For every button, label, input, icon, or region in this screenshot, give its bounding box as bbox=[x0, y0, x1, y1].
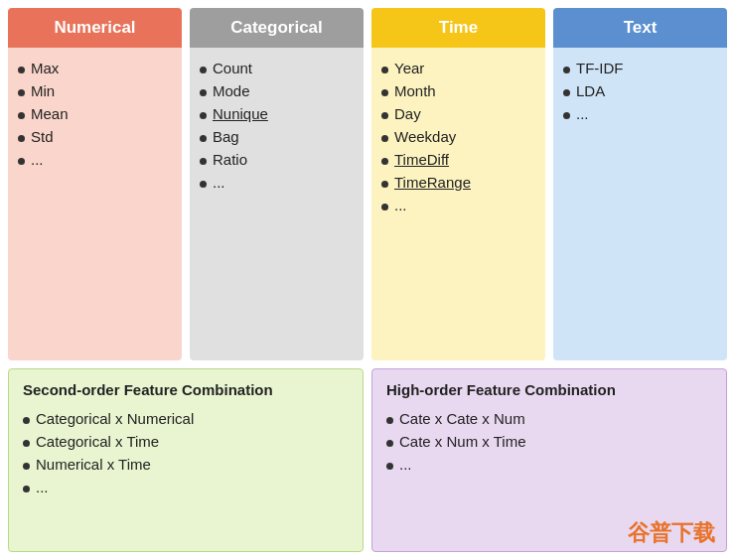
bullet-icon bbox=[200, 89, 207, 96]
list-item: ... bbox=[23, 479, 349, 495]
bullet-icon bbox=[381, 158, 388, 165]
list-item: Categorical x Numerical bbox=[23, 410, 349, 427]
column-categorical: Categorical Count Mode Nunique Bag bbox=[190, 8, 364, 360]
list-item: ... bbox=[563, 105, 717, 122]
list-item: Month bbox=[381, 82, 535, 99]
list-item: Cate x Num x Time bbox=[386, 433, 712, 450]
list-item: LDA bbox=[563, 82, 717, 99]
list-item: Max bbox=[18, 60, 172, 76]
second-order-items: Categorical x Numerical Categorical x Ti… bbox=[23, 410, 349, 495]
list-item: TF-IDF bbox=[563, 60, 717, 76]
bullet-icon bbox=[381, 67, 388, 73]
bullet-icon bbox=[381, 89, 388, 96]
text-body: TF-IDF LDA ... bbox=[553, 48, 727, 360]
column-numerical: Numerical Max Min Mean Std bbox=[8, 8, 182, 360]
bullet-icon bbox=[381, 135, 388, 142]
list-item: TimeRange bbox=[381, 174, 535, 191]
bullet-icon bbox=[18, 89, 25, 96]
list-item: Bag bbox=[200, 128, 354, 145]
list-item: Std bbox=[18, 128, 172, 145]
bullet-icon bbox=[23, 440, 30, 447]
bullet-icon bbox=[381, 204, 388, 210]
bullet-icon bbox=[386, 440, 393, 447]
high-order-box: High-order Feature Combination Cate x Ca… bbox=[371, 368, 727, 552]
list-item: Min bbox=[18, 82, 172, 99]
main-container: Numerical Max Min Mean Std bbox=[0, 0, 735, 560]
text-header: Text bbox=[553, 8, 727, 48]
list-item: ... bbox=[18, 151, 172, 168]
list-item: Year bbox=[381, 60, 535, 76]
list-item: Mean bbox=[18, 105, 172, 122]
bullet-icon bbox=[200, 135, 207, 142]
list-item: Numerical x Time bbox=[23, 456, 349, 473]
top-row: Numerical Max Min Mean Std bbox=[8, 8, 727, 360]
list-item: ... bbox=[386, 456, 712, 473]
second-order-box: Second-order Feature Combination Categor… bbox=[8, 368, 364, 552]
list-item: Count bbox=[200, 60, 354, 76]
list-item: Day bbox=[381, 105, 535, 122]
bullet-icon bbox=[563, 112, 570, 119]
column-time: Time Year Month Day Weekday bbox=[371, 8, 545, 360]
list-item: ... bbox=[200, 174, 354, 191]
second-order-title: Second-order Feature Combination bbox=[23, 381, 349, 398]
list-item: ... bbox=[381, 197, 535, 213]
bullet-icon bbox=[200, 158, 207, 165]
list-item: Ratio bbox=[200, 151, 354, 168]
bullet-icon bbox=[18, 112, 25, 119]
high-order-items: Cate x Cate x Num Cate x Num x Time ... bbox=[386, 410, 712, 473]
bullet-icon bbox=[23, 486, 30, 492]
bullet-icon bbox=[23, 417, 30, 424]
bullet-icon bbox=[563, 67, 570, 73]
bullet-icon bbox=[23, 463, 30, 470]
bullet-icon bbox=[381, 181, 388, 188]
list-item: Weekday bbox=[381, 128, 535, 145]
bullet-icon bbox=[381, 112, 388, 119]
bullet-icon bbox=[18, 158, 25, 165]
categorical-header: Categorical bbox=[190, 8, 364, 48]
list-item: Nunique bbox=[200, 105, 354, 122]
numerical-header: Numerical bbox=[8, 8, 182, 48]
list-item: Cate x Cate x Num bbox=[386, 410, 712, 427]
bullet-icon bbox=[18, 135, 25, 142]
bullet-icon bbox=[18, 67, 25, 73]
column-text: Text TF-IDF LDA ... bbox=[553, 8, 727, 360]
list-item: TimeDiff bbox=[381, 151, 535, 168]
time-body: Year Month Day Weekday TimeDiff bbox=[371, 48, 545, 360]
bullet-icon bbox=[200, 181, 207, 188]
bullet-icon bbox=[386, 417, 393, 424]
time-header: Time bbox=[371, 8, 545, 48]
bullet-icon bbox=[386, 463, 393, 470]
bullet-icon bbox=[200, 112, 207, 119]
categorical-body: Count Mode Nunique Bag Ratio bbox=[190, 48, 364, 360]
bullet-icon bbox=[200, 67, 207, 73]
bottom-row: Second-order Feature Combination Categor… bbox=[8, 368, 727, 552]
list-item: Categorical x Time bbox=[23, 433, 349, 450]
high-order-title: High-order Feature Combination bbox=[386, 381, 712, 398]
bullet-icon bbox=[563, 89, 570, 96]
list-item: Mode bbox=[200, 82, 354, 99]
numerical-body: Max Min Mean Std ... bbox=[8, 48, 182, 360]
